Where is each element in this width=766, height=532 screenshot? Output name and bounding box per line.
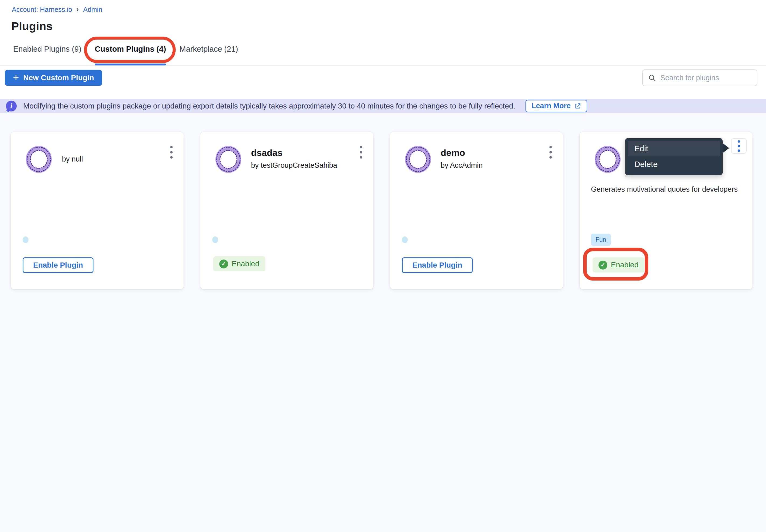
plugin-card: Edit Delete Generates motivational quote… <box>580 132 753 289</box>
tab-marketplace[interactable]: Marketplace (21) <box>179 43 238 65</box>
plugin-author: by testGroupCreateSahiba <box>251 161 337 170</box>
plus-icon: + <box>13 72 19 82</box>
plugin-author: by null <box>62 155 83 163</box>
plugin-card-grid: by null Enable Plugin dsadas by testGrou… <box>11 132 753 289</box>
enable-plugin-button[interactable]: Enable Plugin <box>402 257 473 273</box>
tabs-divider <box>0 65 766 66</box>
plugin-title: dsadas <box>251 148 337 158</box>
plugin-logo-icon <box>26 146 52 173</box>
info-banner: i Modifying the custom plugins package o… <box>0 99 766 113</box>
context-menu-arrow <box>722 143 729 153</box>
breadcrumb-admin-link[interactable]: Admin <box>83 6 102 13</box>
category-tag: Fun <box>591 234 611 246</box>
status-badge: ✓ Enabled <box>213 256 265 271</box>
kebab-menu-icon[interactable] <box>354 142 367 163</box>
new-custom-plugin-button[interactable]: + New Custom Plugin <box>5 70 102 86</box>
plugins-admin-page: Account: Harness.io › Admin Plugins Enab… <box>0 0 766 532</box>
tag-dot-icon <box>212 236 218 243</box>
chevron-right-icon: › <box>76 5 79 14</box>
kebab-menu-icon[interactable] <box>165 142 178 163</box>
search-box <box>642 69 757 86</box>
active-tab-underline <box>95 64 166 65</box>
status-label: Enabled <box>611 261 639 269</box>
plugin-description: Generates motivational quotes for develo… <box>591 185 742 194</box>
external-link-icon <box>574 103 581 110</box>
search-input[interactable] <box>660 74 751 82</box>
search-icon <box>648 74 656 82</box>
plugin-card: demo by AccAdmin Enable Plugin <box>390 132 563 289</box>
page-title: Plugins <box>11 20 52 33</box>
plugin-logo-icon <box>595 146 621 173</box>
menu-item-edit[interactable]: Edit <box>628 141 720 156</box>
tag-dot-icon <box>23 236 29 243</box>
check-icon: ✓ <box>599 261 607 269</box>
status-badge: ✓ Enabled <box>593 257 645 272</box>
status-label: Enabled <box>232 260 259 268</box>
tab-bar: Enabled Plugins (9) Custom Plugins (4) M… <box>13 43 238 65</box>
breadcrumb-account-link[interactable]: Account: Harness.io <box>12 6 72 13</box>
kebab-menu-icon[interactable] <box>544 142 557 163</box>
check-icon: ✓ <box>219 260 228 268</box>
tag-dot-icon <box>402 236 408 243</box>
enable-plugin-button[interactable]: Enable Plugin <box>23 257 93 273</box>
plugin-logo-icon <box>215 146 241 173</box>
info-icon: i <box>6 101 17 111</box>
menu-item-delete[interactable]: Delete <box>628 156 720 172</box>
breadcrumb: Account: Harness.io › Admin <box>12 5 102 14</box>
context-menu: Edit Delete <box>625 138 723 175</box>
plugin-card: by null Enable Plugin <box>11 132 184 289</box>
banner-message: Modifying the custom plugins package or … <box>23 102 515 110</box>
plugin-author: by AccAdmin <box>441 161 483 170</box>
kebab-menu-icon[interactable] <box>731 138 747 154</box>
plugin-logo-icon <box>405 146 431 173</box>
learn-more-button[interactable]: Learn More <box>526 100 587 112</box>
tab-custom-plugins[interactable]: Custom Plugins (4) <box>95 43 166 65</box>
tab-enabled-plugins[interactable]: Enabled Plugins (9) <box>13 43 81 65</box>
plugin-card: dsadas by testGroupCreateSahiba ✓ Enable… <box>200 132 373 289</box>
plugin-title: demo <box>441 148 483 158</box>
